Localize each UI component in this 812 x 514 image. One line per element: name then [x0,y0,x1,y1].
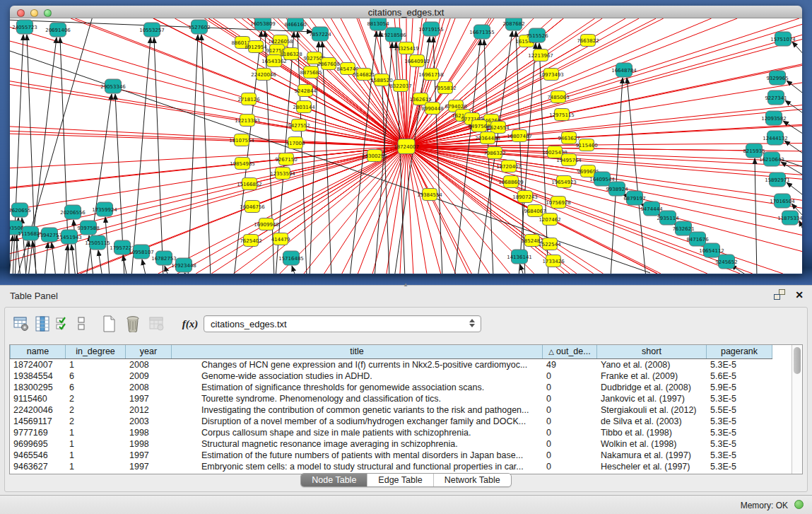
graph-node[interactable]: 12213967 [528,49,553,62]
table-row[interactable]: 1872400712008Changes of HCN gene express… [10,359,792,370]
graph-node[interactable]: 24055723 [12,20,37,34]
graph-node[interactable]: 2803144 [293,101,315,113]
tab-edge-table[interactable]: Edge Table [367,474,433,486]
graph-node[interactable]: 1733426 [542,255,565,267]
graph-node[interactable]: 8466160 [284,18,306,31]
graph-node[interactable]: 9329965 [766,71,788,85]
svg-text:16210643: 16210643 [759,157,784,163]
scrollbar-thumb[interactable] [794,347,801,374]
graph-node[interactable]: 12093582 [761,111,787,125]
graph-node[interactable]: 8875685 [300,66,322,78]
column-header-pagerank[interactable]: pagerank [707,345,772,358]
column-visibility-icon[interactable] [32,315,53,332]
svg-text:16409544: 16409544 [589,177,615,182]
column-header-year[interactable]: year [126,345,172,358]
graph-node[interactable]: 15751074 [770,32,796,46]
graph-node[interactable]: 9427552 [288,119,310,132]
graph-node[interactable]: 19854985 [230,158,255,170]
graph-node[interactable]: 10553257 [139,23,165,37]
graph-node[interactable]: 2620655 [10,203,31,217]
graph-node[interactable]: 16648784 [611,63,637,77]
graph-node[interactable]: 8322037 [389,80,411,92]
graph-node[interactable]: 18107554 [229,134,254,146]
function-builder-icon[interactable]: f(x) [177,315,203,332]
window-titlebar[interactable]: citations_edges.txt [10,6,802,18]
column-header-title[interactable]: title [172,345,543,358]
table-row[interactable]: 1938455462009Genome-wide association stu… [10,370,792,382]
svg-text:9684067: 9684067 [524,209,546,214]
graph-node[interactable]: 2718126 [237,93,260,105]
graph-node[interactable]: 7986322 [483,147,505,159]
graph-node[interactable]: 1527602 [188,20,210,34]
table-row[interactable]: 946554611997Estimation of the future num… [10,450,792,461]
graph-node[interactable]: 18720407 [496,160,522,173]
column-header-out_de[interactable]: △out_de... [543,345,597,358]
table-row[interactable]: 2242004622012Investigating the contribut… [10,404,792,416]
tab-node-table[interactable]: Node Table [301,474,367,486]
graph-node[interactable]: 7955812 [434,82,456,94]
graph-node[interactable]: 16671355 [469,25,495,39]
graph-node[interactable]: 9397588 [77,221,99,235]
graph-node[interactable]: 417008 [286,137,305,149]
table-row[interactable]: 946362711997Embryonic stem cells: a mode… [10,461,792,472]
graph-node[interactable]: 2087682 [502,18,524,30]
close-panel-icon[interactable]: ✕ [795,290,804,300]
graph-node[interactable]: 12444132 [763,131,788,145]
graph-node[interactable]: 17016504 [770,194,795,208]
graph-node[interactable]: 29053346 [100,79,126,93]
graph-node[interactable]: 9267150 [275,153,297,165]
table-row[interactable]: 977716911998Corpus callosum shape and si… [10,427,792,438]
graph-node[interactable]: 10756928 [546,197,571,209]
graph-node[interactable]: 16909948 [254,218,279,230]
float-panel-icon[interactable] [774,289,785,300]
svg-text:20206556: 20206556 [60,210,86,216]
table-scrollbar[interactable] [792,345,802,474]
graph-node[interactable]: 16053809 [250,18,276,30]
column-header-in_degree[interactable]: in_degree [66,345,126,358]
graph-node[interactable]: 12213383 [235,115,260,127]
graph-node[interactable]: 10688609 [498,176,524,188]
citation-network-graph[interactable]: 8860124891295418226058912750581863289327… [10,18,802,274]
column-header-name[interactable]: name [10,345,66,358]
graph-node[interactable]: 15892971 [765,173,790,187]
graph-node[interactable]: 6879197 [623,191,645,205]
graph-node[interactable]: 414479 [271,233,290,245]
table-row[interactable]: 1830029562008Estimation of significance … [10,382,792,393]
graph-node[interactable]: 7515526 [526,28,548,42]
graph-node[interactable]: 9938924 [606,182,628,196]
svg-text:16782753: 16782753 [151,256,177,262]
graph-node[interactable]: 12505115 [85,235,110,250]
table-select-dropdown[interactable]: citations_edges.txt [204,315,481,332]
tab-network-table[interactable]: Network Table [434,474,511,486]
graph-node[interactable]: 9227341 [765,90,787,105]
create-column-icon[interactable] [97,315,121,332]
table-row[interactable]: 911546021997Tourette syndrome. Phenomeno… [10,393,792,404]
delete-table-icon[interactable] [145,315,169,332]
svg-text:14136141: 14136141 [507,255,532,260]
graph-node[interactable]: 14136141 [507,250,532,264]
graph-node[interactable]: 17359924 [92,202,117,216]
table-cell: 0 [543,438,597,450]
graph-node[interactable]: 20691406 [45,23,71,37]
graph-node[interactable]: 11875334 [777,211,802,225]
graph-node[interactable]: 18907243 [512,191,538,203]
graph-node[interactable]: 15166852 [237,178,262,190]
graph-node[interactable]: 12975115 [549,109,575,121]
graph-node[interactable]: 7857224 [309,27,331,41]
row-selection-icon[interactable] [53,315,71,332]
table-row[interactable]: 1456911722003Disruption of a novel membe… [10,416,792,427]
svg-text:2522544: 2522544 [539,242,561,247]
column-header-short[interactable]: short [597,345,707,358]
svg-text:2087682: 2087682 [502,21,524,27]
graph-node[interactable]: 9245652 [715,255,737,269]
table-options-icon[interactable] [11,315,32,332]
network-canvas[interactable]: 8860124891295418226058912750581863289327… [10,18,802,274]
graph-node[interactable]: 7625402 [240,235,261,247]
graph-node[interactable]: 16961758 [418,69,444,81]
table-row[interactable]: 969969511998Structural magnetic resonanc… [10,438,792,450]
svg-text:8215935: 8215935 [743,148,765,154]
table-cell: Tourette syndrome. Phenomenology and cla… [172,393,543,404]
delete-column-icon[interactable] [121,315,145,332]
graph-node[interactable]: 8215935 [743,144,765,158]
form-view-icon[interactable] [71,315,91,332]
